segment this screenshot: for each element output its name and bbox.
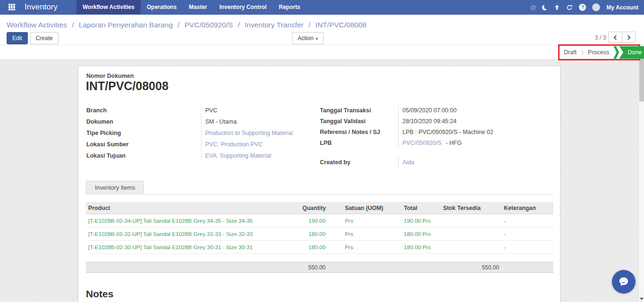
my-account-label[interactable]: My Account [606,4,638,11]
tanggal-transaksi-value: 05/09/2020 07:00:00 [398,105,551,116]
table-footer-row: 550.00 550.00 [86,262,553,273]
notebook-tabbar: Inventory Items [86,181,553,195]
dark-mode-moon-icon[interactable] [542,5,548,10]
row-product: [T-E1028B-02-34-UP] Tali Sandal E1028B G… [86,218,302,224]
menu-master[interactable]: Master [183,0,213,14]
row-uom: Prs [326,218,397,224]
inventory-transfer-page: Inventory Workflow Activities Operations… [0,0,644,302]
lokasi-sumber-value: PVC: Production PVC [201,139,308,150]
row-keterangan: - [499,244,553,251]
row-quantity: 190.00 [302,218,326,224]
pager-next-button[interactable] [622,32,636,43]
table-spacer [86,254,553,262]
col-total: Total [397,205,439,211]
menu-operations[interactable]: Operations [141,0,183,14]
breadcrumb-separator: / [238,21,240,29]
row-total: 180.00 Prs [397,244,439,251]
col-keterangan: Keterangan [499,205,553,211]
breadcrumb-pvc-reference[interactable]: PVC/050920/S [184,21,233,29]
lokasi-tujuan-label: Lokasi Tujuan [86,150,201,161]
app-brand[interactable]: Inventory [22,0,76,14]
mentions-icon[interactable]: @ [530,4,536,11]
row-total: 180.00 Prs [397,231,439,237]
lokasi-tujuan-value: EVA: Supporting Material [201,150,308,161]
control-panel: Workflow Activities / Laporan Penyerahan… [0,15,644,45]
breadcrumb: Workflow Activities / Laporan Penyerahan… [7,21,367,29]
footer-quantity-total: 550.00 [302,264,326,271]
main-menu: Workflow Activities Operations Master In… [76,0,306,14]
tanggal-validasi-label: Tanggal Validasi [320,116,398,126]
scrollbar-down-arrow[interactable] [640,298,644,300]
row-total: 190.00 Prs [397,218,439,224]
breadcrumb-separator: / [309,21,310,29]
breadcrumb-separator: / [72,21,74,29]
row-quantity: 180.00 [302,231,326,237]
lokasi-sumber-link[interactable]: PVC: Production PVC [205,141,263,148]
created-by-value: Aida [398,157,551,168]
statusbar-strip [0,45,644,60]
lpb-link[interactable]: PVC/050920/S [402,140,442,146]
menu-reports[interactable]: Reports [273,0,306,14]
chat-bubble-icon [618,276,630,288]
row-uom: Prs [326,231,397,237]
step-chevron-green-icon [613,46,619,59]
table-row[interactable]: [T-E1028B-02-30-UP] Tali Sandal E1028B G… [86,241,553,254]
table-row[interactable]: [T-E1028B-02-34-UP] Tali Sandal E1028B G… [86,214,553,227]
refresh-icon[interactable] [566,4,573,11]
navbar-right-icons: @ ? My Account [530,0,638,15]
breadcrumb-separator: / [177,21,179,29]
pager-buttons [608,32,636,43]
status-stepper: Draft Process Done [560,46,639,59]
notes-heading: Notes [86,288,113,300]
action-dropdown-button[interactable]: Action▾ [292,32,324,44]
help-icon[interactable]: ? [579,4,586,11]
tanggal-validasi-value: 28/10/2020 09:45:24 [398,116,551,126]
upload-arrow-icon[interactable] [554,4,560,10]
document-number: INT/PVC/08008 [86,79,168,93]
row-product: [T-E1028B-02-30-UP] Tali Sandal E1028B G… [86,244,302,251]
branch-value: PVC [201,105,308,116]
top-navbar: Inventory Workflow Activities Operations… [0,0,644,15]
col-product: Product [86,205,302,211]
vertical-scrollbar [638,45,644,302]
action-label: Action [298,35,313,42]
row-keterangan: - [499,231,553,237]
lokasi-tujuan-link[interactable]: EVA: Supporting Material [205,152,271,159]
red-annotation-box: Draft Process Done [558,44,640,60]
create-button[interactable]: Create [30,32,59,44]
footer-stok-total: 550.00 [439,264,499,271]
row-keterangan: - [499,218,553,224]
caret-down-icon: ▾ [316,36,318,41]
breadcrumb-current-document: INT/PVC/08008 [315,21,367,29]
user-avatar[interactable] [592,3,600,11]
apps-grid-icon[interactable] [8,4,15,10]
menu-workflow-activities[interactable]: Workflow Activities [76,0,141,14]
row-quantity: 180.00 [302,244,326,251]
breadcrumb-workflow-activities[interactable]: Workflow Activities [7,21,67,29]
status-step-done[interactable]: Done [619,46,644,59]
document-number-label: Nomor Dokumen [86,73,134,79]
form-buttons: Edit Create [7,32,59,44]
status-step-draft[interactable]: Draft [560,46,581,59]
tipe-picking-label: Tipe Picking [86,127,201,139]
pager-previous-button[interactable] [608,32,622,43]
table-row[interactable]: [T-E1028B-02-32-UP] Tali Sandal E1028B G… [86,227,553,241]
tab-inventory-items[interactable]: Inventory Items [86,181,144,195]
edit-button[interactable]: Edit [7,32,28,44]
status-step-process[interactable]: Process [584,46,613,59]
tipe-picking-link[interactable]: Production to Supporting Material [205,130,293,136]
created-by-row: Created by Aida [320,157,551,168]
lpb-value: PVC/050920/S- HFG [398,137,551,148]
breadcrumb-inventory-transfer[interactable]: Inventory Transfer [245,21,304,29]
pager-counter: 3 / 3 [595,34,606,41]
row-uom: Prs [326,244,397,251]
menu-inventory-control[interactable]: Inventory Control [213,0,273,14]
lpb-label: LPB [320,137,398,148]
breadcrumb-laporan[interactable]: Laporan Penyerahan Barang [79,21,173,29]
chat-launcher-button[interactable] [612,270,636,294]
row-product: [T-E1028B-02-32-UP] Tali Sandal E1028B G… [86,231,302,237]
fields-right-column: Tanggal Transaksi 05/09/2020 07:00:00 Ta… [320,105,551,148]
inventory-items-table: Product Quantity Satuan (UOM) Total Stok… [86,202,553,273]
col-satuan-uom: Satuan (UOM) [326,205,397,211]
created-by-link[interactable]: Aida [402,159,414,166]
